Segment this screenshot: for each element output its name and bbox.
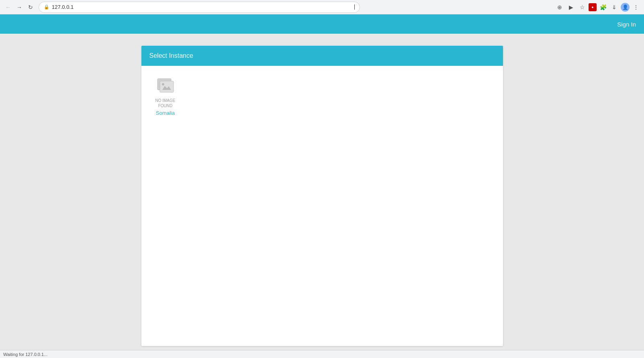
svg-point-3 (162, 83, 164, 85)
instance-item-somalia[interactable]: NO IMAGE FOUND Somalia (149, 74, 182, 116)
card-title: Select Instance (149, 52, 193, 59)
instance-name-link[interactable]: Somalia (156, 110, 175, 116)
no-image-icon (154, 74, 177, 96)
select-instance-card: Select Instance (141, 46, 503, 346)
cast-button[interactable]: ▶ (566, 2, 576, 12)
refresh-button[interactable]: ↻ (26, 2, 35, 12)
address-bar[interactable]: 🔒 127.0.0.1 (39, 2, 360, 13)
forward-button[interactable]: → (14, 2, 24, 12)
bookmark-button[interactable]: ☆ (577, 2, 587, 12)
avatar-icon: 👤 (622, 4, 628, 10)
security-icon: 🔒 (44, 4, 49, 10)
status-text: Waiting for 127.0.0.1... (3, 352, 47, 357)
extension-label: ● (591, 5, 593, 9)
sign-in-button[interactable]: Sign In (617, 21, 636, 28)
browser-chrome: ← → ↻ 🔒 127.0.0.1 ⊕ ▶ ☆ ● 🧩 ⇓ 👤 ⋮ (0, 0, 644, 14)
back-button[interactable]: ← (3, 2, 13, 12)
profile-avatar[interactable]: 👤 (621, 3, 630, 12)
zoom-button[interactable]: ⊕ (555, 2, 564, 12)
app-header: Sign In (0, 14, 644, 34)
svg-rect-1 (160, 81, 174, 92)
browser-toolbar-right: ⊕ ▶ ☆ ● 🧩 ⇓ 👤 ⋮ (555, 2, 641, 12)
no-image-text: NO IMAGE FOUND (155, 98, 175, 108)
status-bar: Waiting for 127.0.0.1... (0, 350, 644, 358)
extensions-button[interactable]: 🧩 (598, 2, 608, 12)
card-header: Select Instance (141, 46, 503, 66)
download-button[interactable]: ⇓ (609, 2, 619, 12)
text-cursor (354, 4, 355, 10)
address-text: 127.0.0.1 (52, 4, 352, 10)
menu-button[interactable]: ⋮ (631, 2, 641, 12)
extension-icon[interactable]: ● (589, 3, 597, 11)
card-body: NO IMAGE FOUND Somalia (141, 66, 503, 124)
page-body: Select Instance (0, 34, 644, 358)
browser-nav-buttons: ← → ↻ (3, 2, 35, 12)
